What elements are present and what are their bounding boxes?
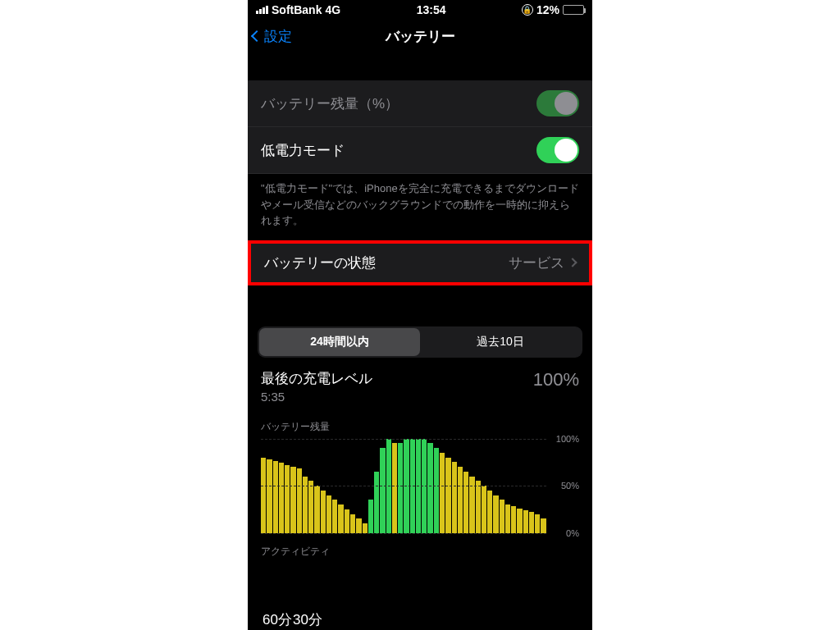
chart-bar <box>273 461 278 532</box>
phone-frame: SoftBank 4G 13:54 🔒 12% 設定 バッテリー バッテリー残量… <box>248 0 592 630</box>
chart-bar <box>290 467 295 533</box>
status-time: 13:54 <box>417 3 446 16</box>
chart-bar <box>427 443 432 532</box>
back-label: 設定 <box>264 27 292 46</box>
chart-bar <box>332 500 337 532</box>
segment-10d[interactable]: 過去10日 <box>420 328 581 356</box>
chart-bar <box>517 509 522 533</box>
chart-bar <box>505 504 510 533</box>
chart-bar <box>469 477 474 533</box>
row-label: 低電力モード <box>261 141 345 160</box>
chart-bar <box>321 491 326 533</box>
highlight-frame: バッテリーの状態 サービス <box>248 240 592 285</box>
chart-bar <box>350 514 355 533</box>
chart-bar <box>434 448 439 533</box>
chart-bar <box>308 481 313 532</box>
battery-chart-section: バッテリー残量 100% 50% 0% <box>248 412 592 536</box>
chart-bar <box>297 468 302 532</box>
signal-icon <box>256 6 268 14</box>
chart-bar <box>267 459 272 533</box>
battery-icon <box>563 5 584 15</box>
chart-bar <box>345 509 349 533</box>
activity-chart-label: アクティビティ <box>261 545 579 559</box>
activity-chart: 60分 30分 <box>261 564 579 629</box>
battery-chart-label: バッテリー残量 <box>261 420 579 434</box>
chart-bar <box>445 458 450 533</box>
chevron-right-icon <box>568 258 577 267</box>
chart-bar <box>493 495 498 533</box>
chart-bar <box>326 495 331 533</box>
ylab-0: 0% <box>566 528 579 538</box>
chart-bar <box>356 518 361 532</box>
chart-bar <box>452 462 457 532</box>
chart-bar <box>398 443 403 532</box>
carrier-label: SoftBank <box>272 3 322 16</box>
status-bar: SoftBank 4G 13:54 🔒 12% <box>248 0 592 18</box>
chart-bar <box>463 472 468 533</box>
battery-health-value: サービス <box>509 253 564 272</box>
chart-bar <box>482 486 486 533</box>
chart-bar <box>338 504 343 533</box>
chart-bar <box>314 486 319 533</box>
chart-bar <box>303 477 308 533</box>
ylab-30m: 30分 <box>293 610 322 629</box>
chart-bar <box>368 500 373 532</box>
row-battery-percent[interactable]: バッテリー残量（%） <box>248 80 592 127</box>
chart-bar <box>440 453 445 533</box>
chart-bar <box>529 512 534 532</box>
ylab-100: 100% <box>556 434 579 444</box>
nav-bar: 設定 バッテリー <box>248 18 592 54</box>
charge-level-title: 最後の充電レベル <box>261 369 372 388</box>
chart-bar <box>261 458 266 533</box>
rotation-lock-icon: 🔒 <box>522 4 533 16</box>
charge-level-time: 5:35 <box>261 390 372 404</box>
row-label: バッテリーの状態 <box>264 253 376 272</box>
charge-level-row: 最後の充電レベル 5:35 100% <box>248 366 592 412</box>
battery-percent-label: 12% <box>536 3 559 16</box>
chart-bar <box>380 448 385 533</box>
chart-bar <box>487 491 492 533</box>
segmented-control[interactable]: 24時間以内 過去10日 <box>258 326 582 358</box>
network-label: 4G <box>325 3 340 16</box>
spacer <box>248 54 592 80</box>
chart-bar <box>374 472 379 533</box>
spacer <box>248 285 592 315</box>
ylab-50: 50% <box>561 481 579 491</box>
activity-chart-section: アクティビティ 60分 30分 <box>248 536 592 631</box>
chart-bar <box>458 467 463 533</box>
chart-bar <box>363 523 368 533</box>
chart-bar <box>511 506 516 532</box>
page-title: バッテリー <box>386 27 455 46</box>
chart-bar <box>392 443 397 532</box>
toggle-low-power[interactable] <box>536 137 579 163</box>
chart-bar <box>541 518 546 532</box>
segment-24h[interactable]: 24時間以内 <box>259 328 420 356</box>
chart-bar <box>279 463 284 532</box>
chart-bar <box>535 514 540 533</box>
chart-bar <box>476 481 481 532</box>
segmented-wrap: 24時間以内 過去10日 <box>248 315 592 366</box>
ylab-60m: 60分 <box>262 610 292 629</box>
chart-bar <box>523 510 528 533</box>
row-value: サービス <box>509 253 576 272</box>
toggle-battery-percent[interactable] <box>536 90 579 116</box>
chevron-left-icon <box>251 30 262 42</box>
chart-bar <box>285 465 290 533</box>
chart-bar <box>500 500 504 532</box>
back-button[interactable]: 設定 <box>253 18 292 54</box>
row-low-power[interactable]: 低電力モード <box>248 127 592 174</box>
low-power-footer: "低電力モード"では、iPhoneを完全に充電できるまでダウンロードやメール受信… <box>248 174 592 240</box>
row-label: バッテリー残量（%） <box>261 94 399 113</box>
row-battery-health[interactable]: バッテリーの状態 サービス <box>251 244 589 282</box>
battery-chart: 100% 50% 0% <box>261 439 579 533</box>
charge-level-pct: 100% <box>533 369 579 390</box>
